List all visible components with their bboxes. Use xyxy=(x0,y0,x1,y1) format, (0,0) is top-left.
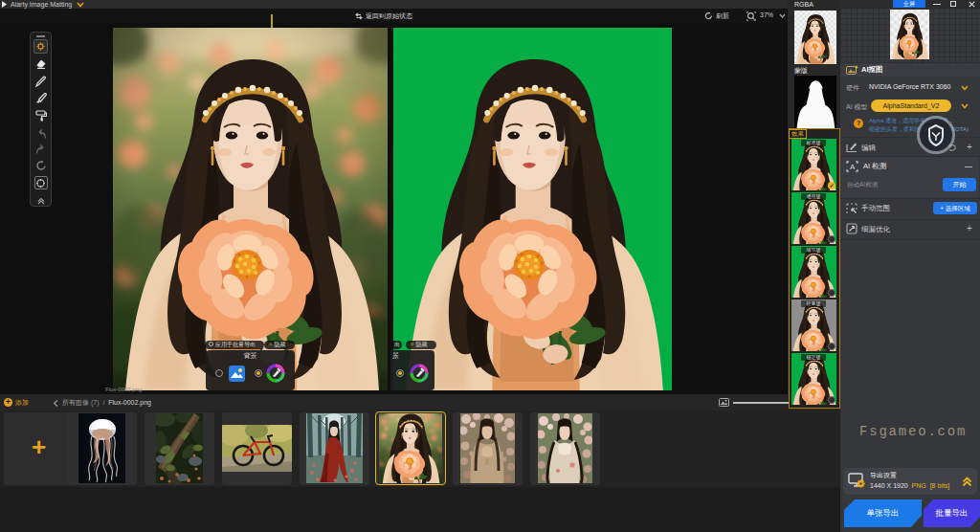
svg-text:A: A xyxy=(850,163,856,171)
